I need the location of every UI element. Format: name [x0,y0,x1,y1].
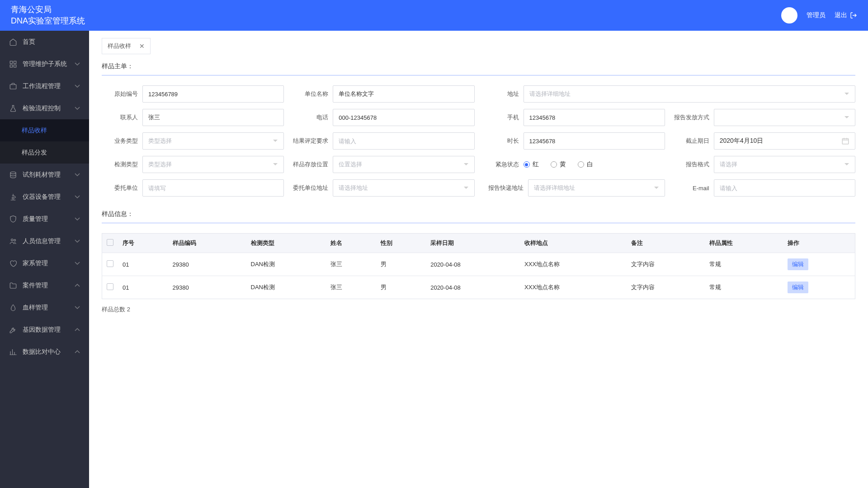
label-phone: 电话 [292,113,328,122]
table-header: 序号 [118,234,168,253]
urgency-radio-group: 红黄白 [524,156,665,173]
urgency-radio-黄[interactable]: 黄 [551,160,566,169]
edit-button[interactable]: 编辑 [788,258,808,270]
sidebar-item-users[interactable]: 人员信息管理 [0,230,89,252]
label-entrust-addr: 委托单位地址 [292,184,328,192]
sidebar-subitem[interactable]: 样品分发 [0,141,89,164]
drop-icon [9,304,17,312]
chevron-up-icon [75,349,80,355]
table-footer: 样品总数 2 [102,305,855,314]
chevron-down-icon [75,216,80,222]
cell-date: 2020-04-08 [426,276,520,299]
radio-label: 红 [533,160,539,169]
label-address: 地址 [483,90,519,98]
avatar[interactable] [781,7,797,23]
deadline-date-input[interactable]: 2020年4月10日 [714,132,855,150]
table-header: 性别 [376,234,426,253]
cell-location: XXX地点名称 [520,253,627,276]
email-input[interactable] [714,179,855,197]
report-method-select[interactable] [714,109,855,126]
cell-code: 29380 [168,276,246,299]
sidebar-item-label: 管理维护子系统 [23,60,67,68]
logout-icon [850,12,857,19]
radio-label: 黄 [560,160,566,169]
label-report-format: 报告格式 [673,160,709,169]
edit-button[interactable]: 编辑 [788,282,808,293]
cell-date: 2020-04-08 [426,253,520,276]
cell-remark: 文字内容 [627,276,705,299]
logout-button[interactable]: 退出 [835,11,857,19]
svg-rect-1 [14,61,16,63]
label-urgency: 紧急状态 [483,160,519,169]
report-format-select[interactable]: 请选择 [714,156,855,173]
row-checkbox[interactable] [107,260,113,267]
close-icon[interactable]: ✕ [139,42,145,50]
svg-rect-8 [842,139,849,144]
table-header: 采样日期 [426,234,520,253]
sidebar-item-folder[interactable]: 案件管理 [0,274,89,296]
grid-icon [9,60,17,68]
cell-code: 29380 [168,253,246,276]
sidebar-item-grid[interactable]: 管理维护子系统 [0,53,89,75]
users-icon [9,237,17,245]
unit-name-input[interactable] [333,85,474,103]
chevron-up-icon [75,283,80,288]
radio-icon [524,161,530,168]
mobile-input[interactable] [524,109,665,126]
briefcase-icon [9,82,17,90]
label-express-addr: 报告快递地址 [483,184,524,192]
sidebar-item-flask[interactable]: 检验流程控制 [0,97,89,119]
urgency-radio-红[interactable]: 红 [524,160,539,169]
cell-remark: 文字内容 [627,253,705,276]
express-addr-select[interactable]: 请选择详细地址 [528,179,665,197]
biz-type-select[interactable]: 类型选择 [142,132,284,150]
sidebar-item-drop[interactable]: 血样管理 [0,296,89,319]
svg-rect-3 [14,65,16,67]
chevron-down-icon [273,162,278,167]
sidebar-item-label: 血样管理 [23,304,48,312]
sidebar-item-heart[interactable]: 家系管理 [0,252,89,274]
svg-point-5 [10,172,16,174]
sidebar-item-briefcase[interactable]: 工作流程管理 [0,75,89,97]
sidebar-item-chart[interactable]: 数据比对中心 [0,341,89,363]
tab-sample-receive[interactable]: 样品收样 ✕ [102,38,151,54]
sidebar-item-wrench[interactable]: 基因数据管理 [0,319,89,341]
duration-input[interactable] [524,132,665,150]
sidebar-item-label: 基因数据管理 [23,326,61,334]
chevron-down-icon [844,115,849,120]
section-title-info: 样品信息： [102,210,855,218]
sample-table: 序号样品编码检测类型姓名性别采样日期收样地点备注样品属性操作 0129380DA… [102,233,855,299]
sidebar-item-home[interactable]: 首页 [0,31,89,53]
test-type-select[interactable]: 类型选择 [142,156,284,173]
contact-input[interactable] [142,109,284,126]
chevron-down-icon [844,162,849,167]
radio-icon [551,161,557,168]
urgency-radio-白[interactable]: 白 [578,160,593,169]
tab-bar: 样品收样 ✕ [102,38,855,54]
sidebar-item-label: 首页 [23,38,35,46]
sidebar-subitem[interactable]: 样品收样 [0,119,89,141]
storage-select[interactable]: 位置选择 [333,156,474,173]
chevron-down-icon [844,91,849,97]
sidebar-item-stack[interactable]: 试剂耗材管理 [0,164,89,186]
radio-label: 白 [587,160,593,169]
row-checkbox[interactable] [107,283,113,290]
entrust-unit-input[interactable] [142,179,284,197]
result-req-input[interactable] [333,132,474,150]
sidebar-item-label: 数据比对中心 [23,348,61,356]
sidebar-item-shield[interactable]: 质量管理 [0,208,89,230]
original-no-input[interactable] [142,85,284,103]
entrust-addr-select[interactable]: 请选择地址 [333,179,474,197]
sidebar-item-microscope[interactable]: 仪器设备管理 [0,186,89,208]
form-grid: 原始编号 单位名称 地址请选择详细地址 联系人 电话 手机 报告发放方式 业务类… [102,85,855,197]
phone-input[interactable] [333,109,474,126]
cell-no: 01 [118,253,168,276]
divider [102,223,855,223]
user-role: 管理员 [807,11,826,19]
address-select[interactable]: 请选择详细地址 [524,85,856,103]
select-all-checkbox[interactable] [107,239,113,246]
chevron-down-icon [75,84,80,89]
svg-point-7 [14,239,16,241]
sidebar-item-label: 人员信息管理 [23,237,61,245]
label-contact: 联系人 [102,113,138,122]
